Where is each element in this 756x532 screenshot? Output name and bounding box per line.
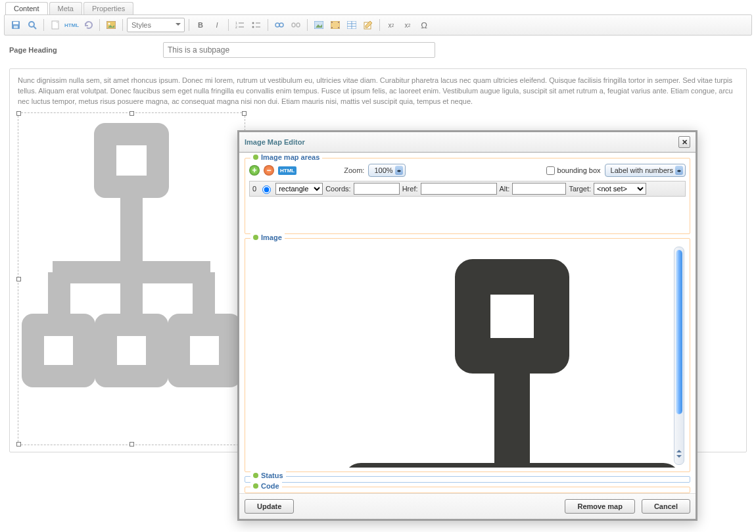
area-index: 0: [252, 185, 256, 193]
tab-meta[interactable]: Meta: [49, 2, 82, 14]
dialog-titlebar: Image Map Editor ✕: [239, 132, 696, 153]
svg-rect-17: [279, 23, 283, 27]
preview-image[interactable]: [308, 257, 686, 468]
list-ul-icon[interactable]: [249, 18, 264, 32]
list-ol-icon[interactable]: 12: [233, 18, 247, 32]
subscript-icon[interactable]: x2: [384, 18, 398, 32]
svg-rect-24: [338, 22, 339, 23]
styles-label: Styles: [131, 21, 151, 29]
svg-rect-31: [105, 134, 158, 187]
image-scroll-area[interactable]: [249, 244, 686, 468]
svg-rect-16: [275, 23, 279, 27]
add-area-icon[interactable]: +: [249, 165, 260, 176]
tab-bar: Content Meta Properties: [0, 0, 756, 14]
special-char-icon[interactable]: Ω: [417, 18, 431, 32]
zoom-value: 100%: [374, 166, 392, 174]
svg-point-3: [29, 22, 34, 27]
status-fieldset: Status: [245, 476, 690, 483]
undo-icon[interactable]: [81, 18, 95, 32]
styles-select[interactable]: Styles: [127, 18, 185, 32]
coords-label: Coords:: [325, 185, 351, 193]
page-heading-input[interactable]: [163, 42, 435, 58]
svg-rect-19: [296, 23, 300, 27]
coords-input[interactable]: [354, 183, 400, 195]
image-fieldset: Image: [245, 238, 690, 472]
selected-image[interactable]: [18, 112, 245, 445]
dialog-title: Image Map Editor: [245, 138, 305, 146]
editor-toolbar: HTML Styles B I 12 x2 x2 Ω: [4, 14, 752, 36]
svg-rect-6: [106, 21, 116, 29]
scroll-up-icon[interactable]: [676, 447, 682, 452]
italic-icon[interactable]: I: [210, 18, 224, 32]
remove-map-button[interactable]: Remove map: [565, 499, 634, 514]
scroll-down-icon[interactable]: [676, 455, 682, 460]
close-icon[interactable]: ✕: [678, 136, 690, 148]
areas-legend: Image map areas: [250, 153, 322, 161]
remove-area-icon[interactable]: −: [264, 165, 274, 176]
label-mode-select[interactable]: Label with numbers: [605, 164, 686, 177]
href-input[interactable]: [421, 183, 497, 195]
unlink-icon[interactable]: [289, 18, 303, 32]
page-icon[interactable]: [48, 18, 62, 32]
zoom-select[interactable]: 100%: [368, 164, 405, 177]
svg-line-4: [34, 26, 36, 29]
area-row: 0 rectangle Coords: Href: Alt: Target: <…: [249, 181, 686, 197]
vertical-scrollbar[interactable]: [674, 247, 684, 465]
svg-rect-1: [13, 22, 18, 24]
update-button[interactable]: Update: [245, 499, 294, 514]
alt-input[interactable]: [512, 183, 566, 195]
shape-select[interactable]: rectangle: [275, 183, 323, 195]
html-icon[interactable]: HTML: [278, 166, 296, 175]
bounding-box-input[interactable]: [546, 166, 555, 175]
code-fieldset: Code: [245, 487, 690, 493]
edit-icon[interactable]: [361, 18, 375, 32]
find-icon[interactable]: [25, 18, 39, 32]
svg-rect-37: [33, 325, 84, 376]
label-mode-value: Label with numbers: [611, 166, 673, 174]
svg-rect-39: [179, 325, 230, 376]
svg-rect-38: [106, 325, 157, 376]
svg-text:2: 2: [235, 25, 237, 29]
bold-icon[interactable]: B: [193, 18, 208, 32]
scrollbar-thumb[interactable]: [676, 250, 682, 414]
href-label: Href:: [402, 185, 418, 193]
image-legend: Image: [250, 233, 285, 241]
picture-icon[interactable]: [312, 18, 326, 32]
save-icon[interactable]: [9, 18, 23, 32]
svg-point-12: [252, 22, 254, 24]
image-icon[interactable]: [104, 18, 118, 32]
media-icon[interactable]: [328, 18, 343, 32]
svg-rect-22: [331, 22, 333, 23]
area-radio[interactable]: [262, 185, 271, 194]
alt-label: Alt:: [500, 185, 510, 193]
svg-rect-23: [331, 27, 333, 28]
target-label: Target:: [569, 185, 591, 193]
table-icon[interactable]: [344, 18, 359, 32]
page-heading-row: Page Heading: [0, 36, 756, 64]
code-legend: Code: [250, 482, 282, 490]
svg-rect-2: [14, 26, 18, 28]
superscript-icon[interactable]: x2: [400, 18, 415, 32]
page-heading-label: Page Heading: [9, 46, 154, 54]
zoom-label: Zoom:: [344, 166, 364, 174]
tab-properties[interactable]: Properties: [83, 2, 133, 14]
source-icon[interactable]: HTML: [64, 18, 79, 32]
link-icon[interactable]: [272, 18, 287, 32]
org-chart-image: [20, 114, 243, 443]
target-select[interactable]: <not set>: [594, 183, 646, 195]
cancel-button[interactable]: Cancel: [642, 499, 690, 514]
svg-rect-18: [292, 23, 295, 27]
bounding-box-label: bounding box: [557, 166, 601, 174]
svg-rect-25: [338, 27, 339, 28]
areas-fieldset: Image map areas + − HTML Zoom: 100% boun…: [245, 158, 690, 234]
image-preview-pane: [249, 244, 686, 468]
image-map-editor-dialog: Image Map Editor ✕ Image map areas + − H…: [237, 130, 697, 521]
status-legend: Status: [250, 472, 286, 479]
dialog-footer: Update Remove map Cancel: [239, 493, 696, 519]
tab-content[interactable]: Content: [5, 2, 48, 14]
body-text: Nunc dignissim nulla sem, sit amet rhonc…: [18, 76, 738, 107]
svg-point-13: [252, 26, 254, 28]
bounding-box-checkbox[interactable]: bounding box: [546, 166, 601, 175]
svg-rect-40: [473, 277, 552, 356]
svg-point-7: [108, 23, 110, 25]
